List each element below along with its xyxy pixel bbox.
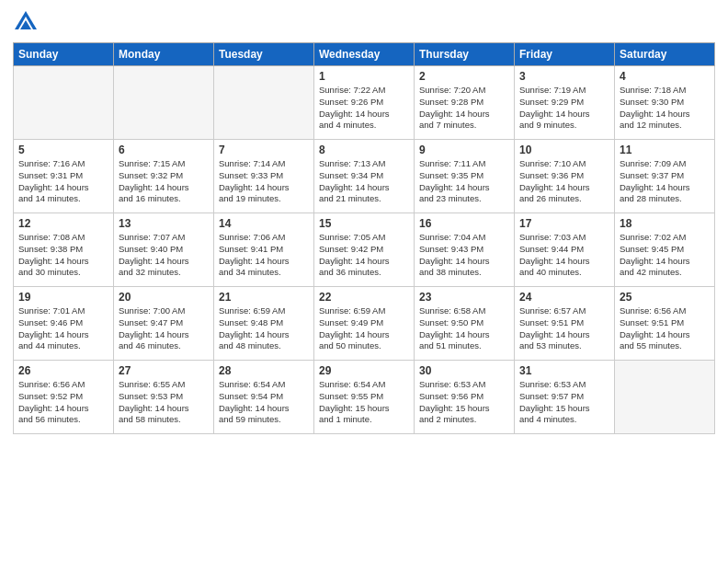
cell-line: Daylight: 15 hours: [319, 403, 409, 415]
cell-line: and 4 minutes.: [519, 414, 609, 426]
weekday-header-saturday: Saturday: [615, 43, 715, 66]
cell-line: and 51 minutes.: [419, 340, 509, 352]
cell-line: and 16 minutes.: [119, 193, 209, 205]
calendar-cell: 20Sunrise: 7:00 AMSunset: 9:47 PMDayligh…: [114, 287, 214, 361]
cell-line: Sunrise: 7:09 AM: [620, 158, 710, 170]
calendar-week-1: 1Sunrise: 7:22 AMSunset: 9:26 PMDaylight…: [14, 66, 715, 140]
day-number: 12: [18, 217, 108, 230]
cell-line: Daylight: 14 hours: [519, 109, 609, 121]
day-number: 1: [319, 70, 409, 83]
cell-line: Sunset: 9:46 PM: [18, 317, 108, 329]
cell-line: and 23 minutes.: [419, 193, 509, 205]
cell-line: Daylight: 15 hours: [519, 403, 609, 415]
cell-line: Sunset: 9:33 PM: [219, 170, 309, 182]
calendar-cell: 18Sunrise: 7:02 AMSunset: 9:45 PMDayligh…: [615, 213, 715, 287]
cell-line: Sunset: 9:56 PM: [419, 391, 509, 403]
cell-line: and 59 minutes.: [219, 414, 309, 426]
day-number: 16: [419, 217, 509, 230]
calendar-cell: [14, 66, 114, 140]
day-number: 22: [319, 291, 409, 304]
day-number: 17: [519, 217, 609, 230]
cell-line: Daylight: 14 hours: [119, 182, 209, 194]
day-number: 19: [18, 291, 108, 304]
cell-line: Daylight: 14 hours: [219, 403, 309, 415]
day-number: 5: [18, 144, 108, 156]
cell-line: and 9 minutes.: [519, 120, 609, 132]
cell-line: Sunset: 9:30 PM: [620, 97, 710, 109]
day-number: 2: [419, 70, 509, 83]
calendar-cell: 9Sunrise: 7:11 AMSunset: 9:35 PMDaylight…: [415, 140, 515, 213]
cell-line: Sunset: 9:47 PM: [119, 317, 209, 329]
day-number: 30: [419, 364, 509, 377]
cell-line: Sunset: 9:36 PM: [519, 170, 609, 182]
weekday-header-sunday: Sunday: [14, 43, 114, 66]
cell-line: and 21 minutes.: [319, 193, 409, 205]
calendar-cell: 3Sunrise: 7:19 AMSunset: 9:29 PMDaylight…: [515, 66, 615, 140]
cell-line: Daylight: 14 hours: [18, 403, 108, 415]
day-number: 21: [219, 291, 309, 304]
cell-line: Sunrise: 6:55 AM: [119, 379, 209, 391]
weekday-header-wednesday: Wednesday: [314, 43, 415, 66]
day-number: 25: [620, 291, 710, 304]
cell-line: Sunset: 9:26 PM: [319, 97, 409, 109]
cell-line: Sunset: 9:38 PM: [18, 244, 108, 256]
weekday-header-monday: Monday: [114, 43, 214, 66]
cell-line: and 42 minutes.: [620, 267, 710, 279]
day-number: 9: [419, 144, 509, 156]
day-number: 27: [119, 364, 209, 377]
cell-line: Sunrise: 7:01 AM: [18, 305, 108, 317]
day-number: 20: [119, 291, 209, 304]
day-number: 31: [519, 364, 609, 377]
cell-line: Daylight: 14 hours: [219, 182, 309, 194]
day-number: 6: [119, 144, 209, 156]
cell-line: Daylight: 14 hours: [620, 329, 710, 341]
cell-line: Sunrise: 7:02 AM: [620, 232, 710, 244]
cell-line: Daylight: 14 hours: [18, 329, 108, 341]
cell-line: and 32 minutes.: [119, 267, 209, 279]
cell-line: Daylight: 14 hours: [620, 109, 710, 121]
day-number: 23: [419, 291, 509, 304]
calendar-cell: 15Sunrise: 7:05 AMSunset: 9:42 PMDayligh…: [314, 213, 415, 287]
calendar-cell: 21Sunrise: 6:59 AMSunset: 9:48 PMDayligh…: [214, 287, 314, 361]
cell-line: Sunrise: 7:05 AM: [319, 232, 409, 244]
cell-line: Daylight: 14 hours: [119, 329, 209, 341]
cell-line: Sunset: 9:37 PM: [620, 170, 710, 182]
cell-line: Sunset: 9:54 PM: [219, 391, 309, 403]
cell-line: Daylight: 14 hours: [620, 256, 710, 268]
cell-line: Sunrise: 7:18 AM: [620, 85, 710, 97]
cell-line: Daylight: 14 hours: [219, 256, 309, 268]
cell-line: Sunrise: 7:20 AM: [419, 85, 509, 97]
day-number: 10: [519, 144, 609, 156]
day-number: 29: [319, 364, 409, 377]
calendar-cell: 4Sunrise: 7:18 AMSunset: 9:30 PMDaylight…: [615, 66, 715, 140]
weekday-header-friday: Friday: [515, 43, 615, 66]
cell-line: Sunset: 9:50 PM: [419, 317, 509, 329]
cell-line: and 58 minutes.: [119, 414, 209, 426]
cell-line: Sunset: 9:55 PM: [319, 391, 409, 403]
cell-line: Daylight: 14 hours: [419, 256, 509, 268]
cell-line: Daylight: 14 hours: [319, 182, 409, 194]
cell-line: Daylight: 14 hours: [119, 403, 209, 415]
day-number: 11: [620, 144, 710, 156]
cell-line: and 40 minutes.: [519, 267, 609, 279]
cell-line: Sunrise: 6:53 AM: [419, 379, 509, 391]
cell-line: Daylight: 14 hours: [519, 182, 609, 194]
cell-line: Sunset: 9:44 PM: [519, 244, 609, 256]
cell-line: and 14 minutes.: [18, 193, 108, 205]
cell-line: and 26 minutes.: [519, 193, 609, 205]
day-number: 18: [620, 217, 710, 230]
weekday-header-thursday: Thursday: [415, 43, 515, 66]
calendar-cell: 8Sunrise: 7:13 AMSunset: 9:34 PMDaylight…: [314, 140, 415, 213]
weekday-header-tuesday: Tuesday: [214, 43, 314, 66]
calendar-week-2: 5Sunrise: 7:16 AMSunset: 9:31 PMDaylight…: [14, 140, 715, 213]
cell-line: Sunset: 9:32 PM: [119, 170, 209, 182]
calendar-cell: 13Sunrise: 7:07 AMSunset: 9:40 PMDayligh…: [114, 213, 214, 287]
cell-line: Sunset: 9:57 PM: [519, 391, 609, 403]
calendar-cell: 1Sunrise: 7:22 AMSunset: 9:26 PMDaylight…: [314, 66, 415, 140]
day-number: 13: [119, 217, 209, 230]
cell-line: Sunrise: 6:53 AM: [519, 379, 609, 391]
cell-line: and 4 minutes.: [319, 120, 409, 132]
cell-line: and 28 minutes.: [620, 193, 710, 205]
cell-line: Sunrise: 6:59 AM: [319, 305, 409, 317]
cell-line: Sunset: 9:40 PM: [119, 244, 209, 256]
